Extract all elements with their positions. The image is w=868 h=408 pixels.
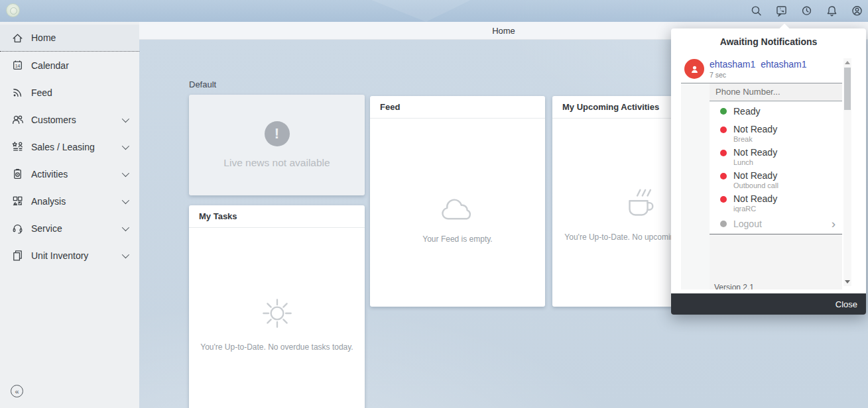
top-bar-actions: [749, 0, 864, 22]
sidebar-item-calendar[interactable]: 14 Calendar: [0, 52, 139, 79]
status-dot: [720, 221, 727, 227]
sidebar-item-label: Activities: [31, 169, 122, 179]
sidebar-item-sales-leasing[interactable]: Sales / Leasing: [0, 133, 139, 160]
scroll-down-icon[interactable]: [845, 280, 850, 283]
account-icon[interactable]: [850, 4, 864, 18]
sidebar-item-label: Calendar: [31, 60, 127, 71]
popup-footer-bar: Close: [671, 293, 866, 315]
notification-user-link[interactable]: ehtasham1ehtasham1: [710, 59, 807, 70]
unit-inventory-icon: [11, 249, 24, 262]
popup-scrollbar[interactable]: [843, 58, 851, 286]
sidebar-item-label: Customers: [31, 115, 122, 125]
home-icon: [11, 31, 24, 44]
status-option-not-ready-break[interactable]: Not ReadyBreak: [710, 121, 842, 144]
sidebar-item-customers[interactable]: Customers: [0, 106, 139, 133]
cloud-icon: [438, 196, 477, 225]
status-dot: [720, 150, 727, 156]
notifications-bell-icon[interactable]: [825, 4, 839, 18]
version-label: Version 2.1: [714, 283, 754, 289]
scrollbar-thumb[interactable]: [844, 68, 851, 110]
status-dot: [720, 173, 727, 179]
widget-footer: Version 2.1: [710, 234, 842, 289]
top-bar: [0, 0, 868, 22]
my-tasks-card: My Tasks You're Up-to-Date. No overdue t…: [189, 205, 365, 408]
tasks-card-title: My Tasks: [189, 205, 365, 228]
sidebar-nav: Home 14 Calendar Feed Customers: [0, 22, 139, 269]
status-dot: [720, 196, 727, 203]
app-logo-icon: [6, 3, 20, 17]
coffee-cup-icon: [619, 186, 660, 227]
chevron-down-icon: [122, 142, 129, 149]
status-list: Ready Not ReadyBreak Not ReadyLunch Not …: [710, 101, 842, 234]
live-news-message: Live news not available: [223, 157, 330, 169]
feed-card-title: Feed: [370, 96, 545, 119]
svg-text:14: 14: [15, 64, 20, 68]
sidebar-item-home[interactable]: Home: [0, 25, 139, 52]
exclamation-icon: !: [265, 121, 290, 146]
status-option-ready[interactable]: Ready: [710, 101, 842, 121]
feed-icon: [11, 86, 24, 99]
sidebar: Home 14 Calendar Feed Customers: [0, 22, 139, 408]
live-news-tile: ! Live news not available: [189, 95, 365, 195]
sidebar-item-unit-inventory[interactable]: Unit Inventory: [0, 242, 139, 269]
status-dot: [720, 108, 727, 115]
collapse-sidebar-button[interactable]: «: [11, 385, 23, 397]
search-icon[interactable]: [749, 4, 763, 18]
close-button[interactable]: Close: [836, 299, 857, 309]
sidebar-item-label: Analysis: [31, 196, 122, 207]
service-icon: [11, 222, 24, 235]
phone-message-icon[interactable]: [775, 4, 788, 18]
status-option-not-ready-lunch[interactable]: Not ReadyLunch: [710, 144, 842, 168]
activities-icon: [11, 168, 24, 181]
chevron-down-icon: [122, 250, 129, 258]
sidebar-item-service[interactable]: Service: [0, 215, 139, 242]
feed-card: Feed Your Feed is empty.: [370, 96, 545, 307]
status-option-not-ready-outbound[interactable]: Not ReadyOutbound call: [710, 168, 842, 191]
avatar: [684, 59, 704, 79]
app-window: Home 14 Calendar Feed Customers: [0, 0, 868, 408]
feed-empty-message: Your Feed is empty.: [422, 234, 492, 244]
chevron-down-icon: [122, 115, 129, 122]
sales-leasing-icon: [11, 140, 24, 154]
sidebar-item-label: Feed: [31, 87, 127, 98]
dashboard-group-label: Default: [189, 79, 216, 89]
scroll-up-icon[interactable]: [845, 61, 850, 64]
page-title: Home: [492, 26, 515, 36]
sidebar-item-label: Home: [31, 32, 127, 43]
phone-status-widget: Phone Number... Ready Not ReadyBreak Not…: [681, 83, 842, 289]
notification-timestamp: 7 sec: [710, 71, 726, 79]
sidebar-item-activities[interactable]: Activities: [0, 160, 139, 187]
sidebar-item-label: Sales / Leasing: [31, 142, 122, 152]
sidebar-item-label: Service: [31, 223, 122, 234]
phone-number-input[interactable]: Phone Number...: [710, 83, 842, 101]
recent-history-icon[interactable]: [800, 4, 814, 18]
sidebar-item-label: Unit Inventory: [31, 250, 122, 261]
calendar-icon: 14: [11, 59, 24, 72]
sidebar-item-analysis[interactable]: Analysis: [0, 187, 139, 215]
customers-icon: [11, 113, 24, 127]
chevron-right-icon: ›: [832, 218, 836, 230]
tasks-empty-message: You're Up-to-Date. No overdue tasks toda…: [200, 342, 353, 352]
status-option-not-ready-iqrarc[interactable]: Not ReadyiqraRC: [710, 191, 842, 214]
analysis-icon: [11, 195, 24, 208]
sun-icon: [257, 293, 297, 336]
popup-title: Awaiting Notifications: [671, 28, 866, 47]
widget-gutter: [681, 83, 710, 289]
sidebar-item-feed[interactable]: Feed: [0, 79, 139, 106]
status-option-logout[interactable]: Logout ›: [710, 214, 842, 234]
notifications-popup: Awaiting Notifications ehtasham1ehtasham…: [671, 28, 866, 315]
chevron-down-icon: [122, 223, 129, 230]
status-dot: [720, 127, 727, 133]
chevron-down-icon: [122, 196, 129, 203]
chevron-down-icon: [122, 169, 129, 176]
